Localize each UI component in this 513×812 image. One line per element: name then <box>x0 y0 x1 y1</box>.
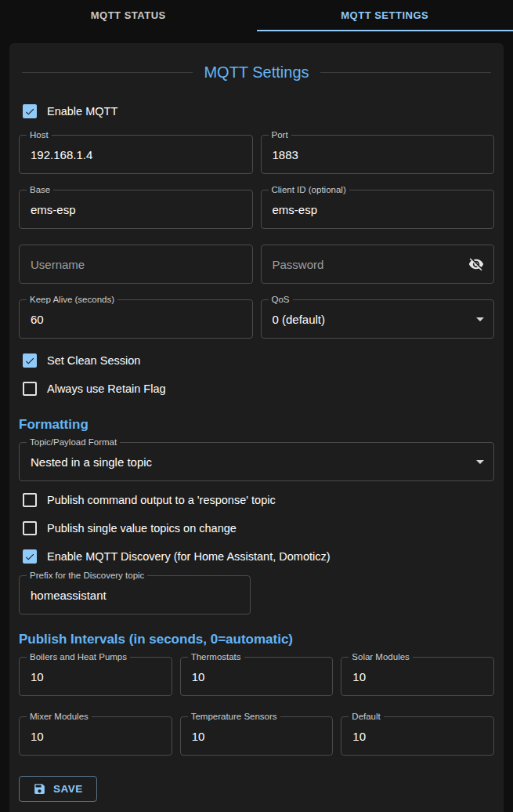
interval-thermostats-field[interactable]: Thermostats 10 <box>180 657 334 696</box>
mqtt-settings-panel: MQTT Settings Enable MQTT Host 192.168.1… <box>9 43 504 812</box>
checkbox-retain-flag[interactable]: Always use Retain Flag <box>19 375 494 403</box>
checkbox-label: Enable MQTT Discovery (for Home Assistan… <box>47 550 331 563</box>
port-label: Port <box>269 130 291 140</box>
interval-label: Thermostats <box>188 652 244 662</box>
chevron-down-icon <box>476 460 484 464</box>
interval-boilers-field[interactable]: Boilers and Heat Pumps 10 <box>19 657 172 696</box>
interval-value: 10 <box>192 730 205 743</box>
username-placeholder: Username <box>31 258 85 271</box>
tab-mqtt-settings[interactable]: MQTT SETTINGS <box>257 0 513 31</box>
port-value: 1883 <box>273 148 298 161</box>
save-icon <box>33 782 46 796</box>
checkbox-enable-mqtt[interactable]: Enable MQTT <box>19 97 494 125</box>
host-field[interactable]: Host 192.168.1.4 <box>19 135 253 174</box>
checkbox-label: Set Clean Session <box>47 354 140 367</box>
interval-label: Solar Modules <box>349 652 413 662</box>
interval-solar-field[interactable]: Solar Modules 10 <box>341 657 494 696</box>
qos-value: 0 (default) <box>273 313 326 326</box>
interval-value: 10 <box>192 670 205 683</box>
checkbox-publish-single[interactable]: Publish single value topics on change <box>19 514 494 542</box>
topic-format-label: Topic/Payload Format <box>27 437 120 448</box>
title-divider-right <box>320 72 491 73</box>
interval-label: Mixer Modules <box>27 712 92 722</box>
visibility-off-icon <box>468 256 484 272</box>
checkbox-icon <box>23 549 37 564</box>
checkbox-icon <box>23 382 37 396</box>
qos-select[interactable]: QoS 0 (default) <box>261 299 495 339</box>
section-heading-formatting: Formatting <box>19 417 494 433</box>
interval-value: 10 <box>31 670 44 683</box>
checkbox-label: Publish command output to a 'response' t… <box>47 494 276 506</box>
client-id-field[interactable]: Client ID (optional) ems-esp <box>261 190 495 229</box>
interval-default-field[interactable]: Default 10 <box>341 716 494 756</box>
tab-mqtt-status[interactable]: MQTT STATUS <box>0 0 257 31</box>
checkbox-label: Publish single value topics on change <box>47 522 237 535</box>
client-id-value: ems-esp <box>273 203 318 216</box>
keep-alive-label: Keep Alive (seconds) <box>27 295 117 305</box>
checkbox-clean-session[interactable]: Set Clean Session <box>19 346 494 375</box>
checkbox-icon <box>23 353 37 368</box>
topic-format-select[interactable]: Topic/Payload Format Nested in a single … <box>19 442 494 481</box>
checkbox-icon <box>23 521 37 535</box>
base-field[interactable]: Base ems-esp <box>19 190 253 229</box>
discovery-prefix-value: homeassistant <box>31 589 107 602</box>
interval-value: 10 <box>352 670 366 683</box>
client-id-label: Client ID (optional) <box>269 185 349 195</box>
host-label: Host <box>27 130 52 140</box>
interval-value: 10 <box>31 730 44 743</box>
checkbox-icon <box>23 104 37 118</box>
discovery-prefix-field[interactable]: Prefix for the Discovery topic homeassis… <box>19 575 251 614</box>
base-value: ems-esp <box>31 203 76 216</box>
checkbox-icon <box>23 493 37 507</box>
interval-label: Default <box>349 712 383 722</box>
topic-format-value: Nested in a single topic <box>31 455 152 469</box>
tab-bar: MQTT STATUS MQTT SETTINGS <box>0 0 513 31</box>
checkbox-publish-response[interactable]: Publish command output to a 'response' t… <box>19 486 494 514</box>
title-row: MQTT Settings <box>22 63 491 82</box>
section-heading-publish-intervals: Publish Intervals (in seconds, 0=automat… <box>19 632 494 647</box>
keep-alive-field[interactable]: Keep Alive (seconds) 60 <box>19 299 253 339</box>
interval-mixer-field[interactable]: Mixer Modules 10 <box>19 716 172 756</box>
save-button[interactable]: SAVE <box>19 776 97 802</box>
checkbox-label: Enable MQTT <box>47 105 117 118</box>
interval-value: 10 <box>352 730 366 743</box>
toggle-password-visibility-button[interactable] <box>467 255 486 274</box>
interval-label: Boilers and Heat Pumps <box>27 652 130 662</box>
keep-alive-value: 60 <box>31 313 44 326</box>
discovery-prefix-label: Prefix for the Discovery topic <box>27 571 147 581</box>
username-field[interactable]: Username <box>19 245 253 284</box>
port-field[interactable]: Port 1883 <box>261 135 495 174</box>
page-title: MQTT Settings <box>204 63 309 82</box>
title-divider-left <box>22 72 193 73</box>
chevron-down-icon <box>476 317 484 321</box>
checkbox-mqtt-discovery[interactable]: Enable MQTT Discovery (for Home Assistan… <box>19 542 494 571</box>
checkbox-label: Always use Retain Flag <box>47 382 166 395</box>
interval-label: Temperature Sensors <box>188 712 280 722</box>
interval-temperature-field[interactable]: Temperature Sensors 10 <box>180 716 334 756</box>
base-label: Base <box>27 185 53 195</box>
host-value: 192.168.1.4 <box>31 148 92 161</box>
save-button-label: SAVE <box>53 783 83 795</box>
password-placeholder: Password <box>273 258 324 271</box>
qos-label: QoS <box>269 295 293 305</box>
password-field[interactable]: Password <box>261 245 495 284</box>
